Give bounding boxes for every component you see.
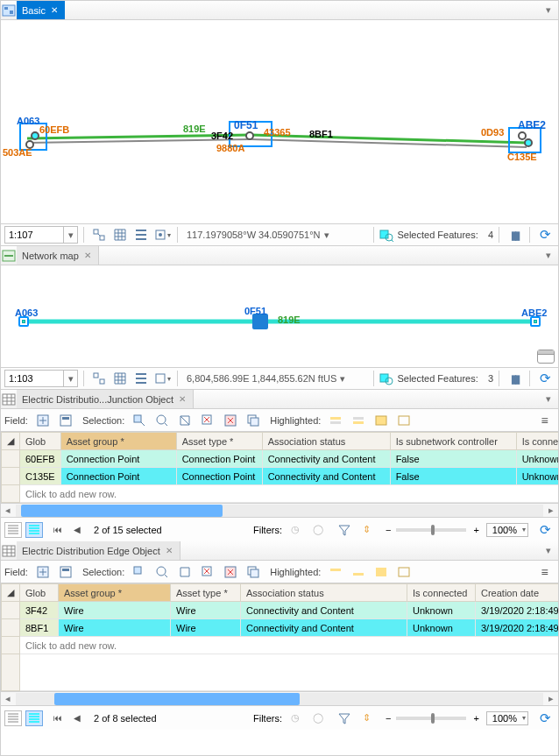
delete-sel-icon[interactable] [221,411,240,430]
zoom-fixed-icon[interactable] [89,369,109,388]
row-selector-header[interactable]: ◢ [2,433,20,450]
nav-prev-icon[interactable]: ◀ [69,713,85,723]
delete-sel-icon[interactable] [221,562,240,582]
junction-0d93[interactable] [518,131,527,140]
hl-1-icon[interactable] [326,562,345,582]
zoom-slider[interactable] [396,528,466,532]
table-row[interactable]: 60EFB Connection Point Connection Point … [2,450,559,468]
copy-sel-icon[interactable] [244,562,263,582]
pane-menu-button[interactable]: ▾ [539,541,558,560]
col-asset-type[interactable]: Asset type * [171,584,241,602]
zoom-to-icon[interactable] [152,562,172,582]
pause-icon[interactable]: ▮▮ [505,369,524,388]
zoom-to-icon[interactable] [152,411,172,430]
row-selector-header[interactable]: ◢ [2,584,20,602]
select-by-attr-icon[interactable] [130,562,149,582]
pane-menu-button[interactable]: ▾ [539,1,558,19]
field-add-icon[interactable] [33,562,53,582]
switch-sel-icon[interactable] [175,411,195,430]
field-calc-icon[interactable] [56,562,75,582]
scroll-right-icon[interactable]: ▸ [544,505,558,516]
col-date[interactable]: Creation date [476,584,559,602]
filter-arrows-icon[interactable]: ⇕ [357,709,377,728]
junction-mid[interactable] [245,131,254,140]
chevron-down-icon[interactable]: ▾ [340,373,345,384]
filter-extent-icon[interactable]: ◯ [308,520,328,540]
pane-menu-button[interactable]: ▾ [539,246,558,265]
close-icon[interactable]: ✕ [84,251,91,260]
col-isconn[interactable]: Is connect [516,433,558,450]
zoom-fixed-icon[interactable] [89,225,109,244]
nav-first-icon[interactable]: ⏮ [50,525,66,534]
hl-4-icon[interactable] [394,562,414,582]
table-row[interactable]: C135E Connection Point Connection Point … [2,468,559,485]
zoom-dropdown[interactable]: 100% [486,711,528,725]
list-icon[interactable] [131,225,151,244]
chevron-down-icon[interactable]: ▾ [324,230,329,240]
add-row[interactable]: Click to add new row. [2,485,559,503]
filter-time-icon[interactable]: ◷ [286,520,305,540]
menu-icon[interactable]: ≡ [535,413,555,427]
zoom-slider[interactable] [396,717,466,720]
filter-time-icon[interactable]: ◷ [286,709,305,728]
hl-2-icon[interactable] [349,411,368,430]
snap-icon[interactable]: ▾ [152,225,172,244]
scale-input[interactable]: ▾ [4,370,78,387]
col-glob[interactable]: Glob [20,584,59,602]
close-icon[interactable]: ✕ [166,546,173,555]
filter-funnel-icon[interactable] [335,709,354,728]
scale-input[interactable]: ▾ [4,226,78,244]
tab-network-map[interactable]: Network map ✕ [17,246,99,265]
scroll-right-icon[interactable]: ▸ [544,693,558,704]
zoom-dropdown[interactable]: 100% [486,523,528,537]
junction-60efb[interactable] [31,131,39,140]
filter-extent-icon[interactable]: ◯ [308,709,328,728]
dock-icon[interactable] [537,350,555,364]
hl-2-icon[interactable] [349,562,368,582]
menu-icon[interactable]: ≡ [535,565,555,579]
scroll-left-icon[interactable]: ◂ [1,693,15,704]
field-add-icon[interactable] [33,411,53,430]
filter-arrows-icon[interactable]: ⇕ [357,520,377,540]
tab-junction[interactable]: Electric Distributio...Junction Object ✕ [17,390,194,408]
h-scrollbar[interactable]: ◂ ▸ [1,503,558,517]
clear-sel-icon[interactable] [198,411,217,430]
col-asset-group[interactable]: Asset group * [59,584,171,602]
pause-icon[interactable]: ▮▮ [505,225,524,244]
field-calc-icon[interactable] [56,411,75,430]
junction-grid[interactable]: ◢ Glob Asset group * Asset type * Associ… [1,432,558,517]
col-assoc[interactable]: Association status [262,433,390,450]
snap-icon[interactable]: ▾ [152,369,172,388]
nav-first-icon[interactable]: ⏮ [50,713,66,723]
table-row[interactable]: 8BF1 Wire Wire Connectivity and Content … [2,619,559,637]
grid-icon[interactable] [110,225,130,244]
copy-sel-icon[interactable] [244,411,263,430]
mode-all-icon[interactable] [4,710,22,726]
clear-sel-icon[interactable] [198,562,217,582]
pane-menu-button[interactable]: ▾ [539,390,558,408]
h-scrollbar[interactable]: ◂ ▸ [1,691,558,705]
close-icon[interactable]: ✕ [179,394,186,404]
col-isconn[interactable]: Is connected [407,584,476,602]
add-row[interactable]: Click to add new row. [2,637,559,654]
col-subnet[interactable]: Is subnetwork controller [390,433,516,450]
edge-grid[interactable]: ◢ Glob Asset group * Asset type * Associ… [1,583,558,705]
mode-selected-icon[interactable] [25,710,43,726]
refresh-icon[interactable]: ⟳ [535,225,555,244]
col-asset-type[interactable]: Asset type * [176,433,262,450]
col-asset-group[interactable]: Asset group * [60,433,176,450]
scale-field[interactable] [5,227,63,243]
hl-3-icon[interactable] [371,411,391,430]
tab-edge[interactable]: Electric Distribution Edge Object ✕ [17,541,180,560]
filter-funnel-icon[interactable] [335,520,354,540]
grid-icon[interactable] [110,369,130,388]
scale-field[interactable] [5,371,63,386]
junction-c135e[interactable] [524,138,533,147]
hl-4-icon[interactable] [394,411,414,430]
map-canvas-network[interactable]: A063 0F51 819E ABE2 [1,265,558,367]
mode-all-icon[interactable] [4,522,22,538]
col-assoc[interactable]: Association status [241,584,407,602]
hl-1-icon[interactable] [326,411,345,430]
col-glob[interactable]: Glob [20,433,61,450]
nav-prev-icon[interactable]: ◀ [69,525,85,534]
